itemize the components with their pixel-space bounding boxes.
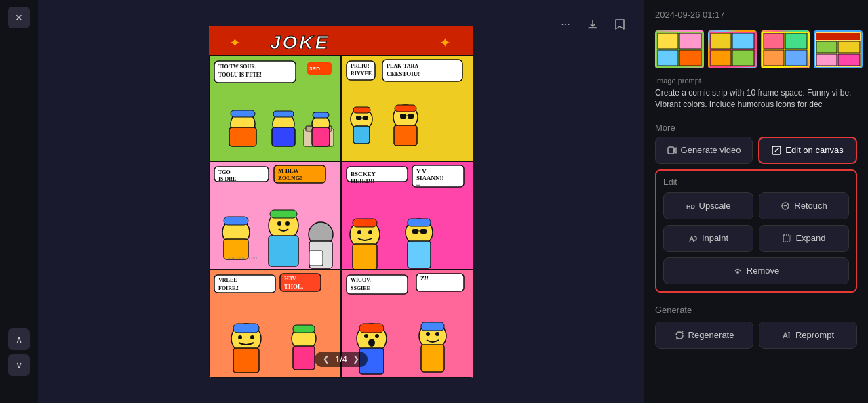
edit-section-label: Edit [663, 177, 849, 187]
svg-rect-125 [732, 33, 754, 49]
remove-icon [733, 266, 743, 276]
image-prompt-label: Image prompt [655, 77, 857, 85]
expand-icon [782, 234, 791, 243]
next-page-button[interactable]: ❯ [353, 354, 359, 364]
svg-rect-139 [668, 147, 674, 154]
svg-text:TGO: TGO [218, 169, 231, 175]
inpaint-icon [688, 234, 698, 243]
download-icon [587, 18, 599, 30]
image-prompt-text: Create a comic strip with 10 frame space… [655, 87, 857, 110]
svg-text:H3V: H3V [284, 275, 297, 282]
svg-text:SIAANN!!: SIAANN!! [416, 175, 444, 182]
svg-rect-37 [353, 126, 370, 144]
thumbnail-3[interactable] [761, 30, 810, 68]
svg-rect-132 [785, 50, 807, 66]
svg-rect-43 [394, 125, 417, 146]
svg-rect-14 [231, 110, 255, 117]
upscale-icon: HD [686, 201, 695, 210]
regenerate-icon [675, 331, 684, 340]
close-button[interactable]: ✕ [8, 7, 30, 28]
bookmark-button[interactable] [609, 14, 631, 35]
svg-rect-99 [293, 346, 315, 370]
svg-rect-114 [421, 322, 444, 331]
comic-image: ✦ ✦ JOKE JOKE TIO TW SOUR. TOOLU IS FETE… [209, 26, 473, 378]
svg-rect-115 [421, 345, 444, 372]
upscale-button[interactable]: HD Upscale [663, 192, 753, 219]
edit-on-canvas-button[interactable]: Edit on canvas [758, 137, 857, 164]
svg-rect-96 [233, 348, 259, 373]
prev-page-button[interactable]: ❮ [323, 354, 330, 364]
svg-text:...: ... [416, 181, 420, 187]
page-indicator: 1/4 [335, 354, 347, 364]
svg-rect-39 [395, 105, 416, 112]
svg-text:BSCKEY: BSCKEY [351, 171, 376, 177]
svg-text:3RD: 3RD [309, 66, 320, 72]
svg-rect-129 [764, 33, 784, 49]
svg-rect-137 [816, 54, 837, 66]
svg-rect-131 [764, 50, 784, 66]
download-button[interactable] [582, 14, 604, 35]
svg-rect-34 [356, 116, 361, 120]
svg-point-59 [277, 221, 281, 226]
svg-rect-122 [679, 50, 701, 66]
left-sidebar: ✕ ∧ ∨ [0, 0, 38, 403]
svg-rect-1 [209, 26, 473, 56]
svg-rect-83 [408, 241, 431, 268]
svg-rect-127 [732, 50, 754, 66]
svg-rect-33 [353, 107, 370, 113]
inpaint-button[interactable]: Inpaint [663, 225, 753, 252]
svg-rect-134 [816, 33, 860, 40]
svg-rect-120 [679, 33, 701, 49]
svg-rect-98 [293, 325, 315, 333]
svg-text:JOKE: JOKE [270, 32, 330, 53]
svg-rect-57 [270, 210, 297, 218]
svg-text:HEIED!!: HEIED!! [351, 177, 374, 184]
svg-rect-41 [408, 114, 414, 119]
svg-rect-17 [273, 111, 294, 117]
svg-point-95 [250, 335, 254, 339]
svg-rect-93 [233, 324, 259, 333]
svg-point-76 [368, 230, 372, 234]
svg-rect-18 [272, 127, 295, 146]
right-panel: 2024-09-26 01:17 [644, 0, 868, 403]
thumbnail-4[interactable] [814, 30, 863, 68]
svg-rect-63 [309, 251, 323, 266]
comic-svg: ✦ ✦ JOKE JOKE TIO TW SOUR. TOOLU IS FETE… [209, 26, 473, 378]
generate-video-button[interactable]: Generate video [655, 137, 753, 164]
svg-rect-79 [408, 219, 431, 226]
arrow-down-button[interactable]: ∨ [8, 354, 30, 376]
more-button[interactable]: ··· [555, 14, 576, 35]
svg-point-94 [238, 335, 242, 339]
timestamp: 2024-09-26 01:17 [655, 9, 725, 20]
arrow-up-button[interactable]: ∧ [8, 328, 30, 350]
svg-text:TOOLU IS FETE!: TOOLU IS FETE! [218, 72, 262, 78]
thumbnails-row [644, 25, 868, 74]
bookmark-icon [614, 18, 625, 30]
svg-point-142 [782, 203, 789, 209]
svg-text:PRLIU!: PRLIU! [351, 63, 370, 69]
thumbnail-2[interactable] [708, 30, 757, 68]
more-section-label: More [644, 116, 868, 137]
nav-arrows: ∧ ∨ [8, 328, 30, 376]
svg-rect-121 [658, 50, 678, 66]
generate-row: Regenerate Reprompt [655, 322, 857, 349]
svg-text:SSGIEE: SSGIEE [351, 285, 370, 291]
reprompt-button[interactable]: Reprompt [759, 322, 857, 349]
svg-text:FOIRE.!: FOIRE.! [218, 285, 239, 291]
svg-rect-124 [711, 33, 731, 49]
regenerate-button[interactable]: Regenerate [655, 322, 753, 349]
svg-text:✦: ✦ [439, 35, 451, 50]
svg-text:CEESTOIU!: CEESTOIU! [387, 70, 420, 77]
remove-button[interactable]: Remove [663, 257, 849, 284]
page-navigation: ❮ 1/4 ❯ [315, 352, 368, 367]
svg-text:PLAK-TARA: PLAK-TARA [387, 63, 418, 69]
right-panel-header: 2024-09-26 01:17 [644, 0, 868, 25]
reprompt-icon [782, 331, 791, 340]
svg-rect-119 [658, 33, 678, 49]
expand-button[interactable]: Expand [759, 225, 849, 252]
svg-rect-74 [353, 219, 377, 227]
retouch-button[interactable]: Retouch [759, 192, 849, 219]
retouch-icon [781, 201, 790, 211]
svg-point-116 [426, 332, 430, 336]
thumbnail-1[interactable] [655, 30, 704, 68]
